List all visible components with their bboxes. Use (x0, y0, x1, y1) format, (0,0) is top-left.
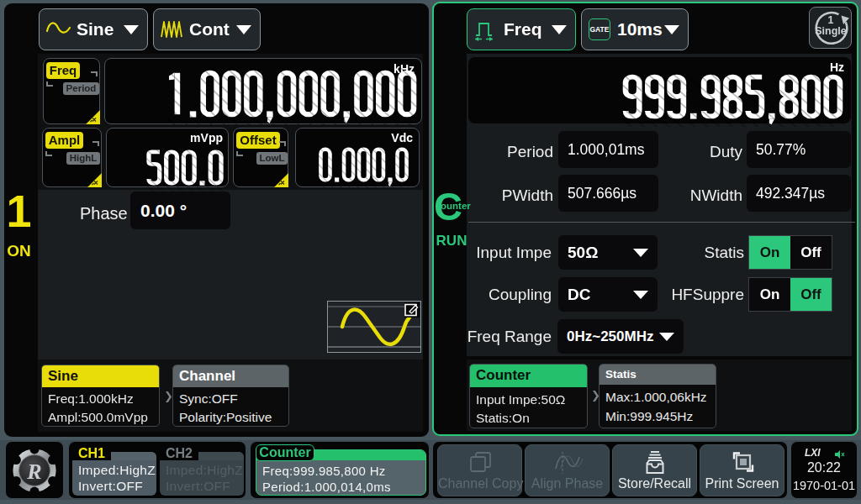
svg-text:Single: Single (815, 25, 847, 37)
svg-text:R: R (26, 459, 41, 483)
svg-text:1: 1 (827, 14, 833, 26)
